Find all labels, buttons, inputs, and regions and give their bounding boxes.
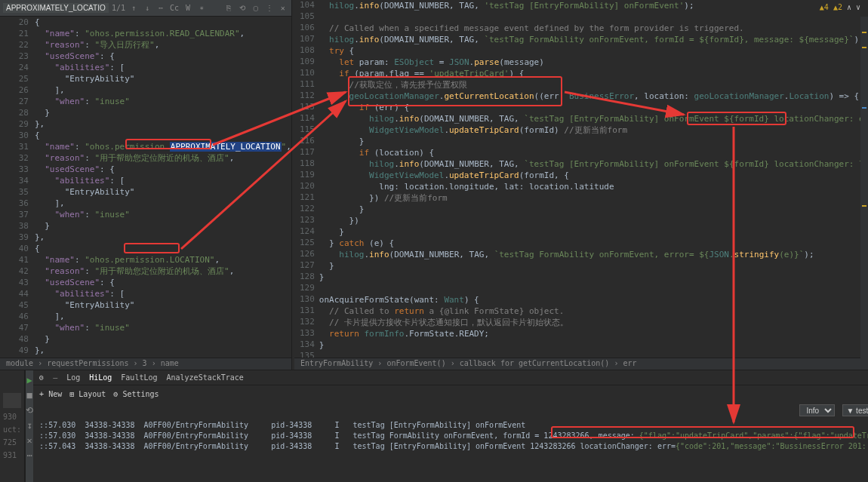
log-tool-column: ▶ ■ ⟲ ↧ ✕ ⋯	[25, 370, 33, 482]
warn-count-2: ▲2	[833, 3, 842, 11]
tab-analyze[interactable]: AnalyzeStackTrace	[167, 373, 244, 382]
gear-icon[interactable]: ⚙	[39, 373, 44, 382]
run-icon[interactable]: ▶	[26, 375, 32, 385]
left-breadcrumb[interactable]: module › requestPermissions › 3 › name	[0, 358, 291, 370]
right-editor-pane: 1041051061071081091101111121131141151161…	[292, 0, 868, 370]
find-input[interactable]	[3, 3, 109, 13]
layout-button[interactable]: ⊞ Layout	[69, 390, 106, 398]
find-count: 1/1	[112, 4, 125, 12]
left-gutter: 2021222324252627282930313233343536373839…	[0, 17, 33, 358]
log-line[interactable]: ::57.030 34338-34338 A0FF00/EntryFormAbi…	[39, 420, 868, 431]
log-tabs: ⚙ ― Log HiLog FaultLog AnalyzeStackTrace	[33, 370, 868, 385]
log-side-panel: 930 uct: 725 931	[0, 370, 25, 482]
log-line[interactable]: ::57.043 34338-34338 A0FF00/EntryFormAbi…	[39, 441, 868, 452]
side-time-1: 930	[3, 413, 21, 421]
right-code[interactable]: hilog.info(DOMAIN_NUMBER, TAG, 'testTag …	[319, 0, 868, 370]
tab-hilog[interactable]: HiLog	[89, 373, 112, 382]
inspection-strip[interactable]: ▲4 ▲2 ∧ ∨	[820, 3, 860, 11]
minimap[interactable]	[860, 17, 868, 370]
find-case-icon[interactable]: Cc	[169, 3, 180, 14]
log-body: ⚙ ― Log HiLog FaultLog AnalyzeStackTrace…	[33, 370, 868, 482]
tab-log[interactable]: Log	[66, 373, 80, 382]
find-close-icon[interactable]: ✕	[278, 3, 288, 14]
find-sel-icon[interactable]: ▢	[251, 3, 261, 14]
side-time-4: 931	[3, 451, 21, 459]
level-select[interactable]: Info	[799, 404, 835, 416]
find-menu-icon[interactable]: ⋮	[264, 3, 275, 14]
log-toolbar: + New ⊞ Layout ⚙ Settings	[33, 385, 868, 402]
warn-count-1: ▲4	[820, 3, 829, 11]
log-line[interactable]: ::57.030 34338-34338 A0FF00/EntryFormAbi…	[39, 431, 868, 441]
restart-icon[interactable]: ⟲	[26, 405, 33, 416]
tag-filter-input[interactable]	[842, 404, 868, 416]
download-icon[interactable]: ↧	[26, 420, 32, 431]
warn-nav-icon[interactable]: ∧ ∨	[847, 3, 860, 11]
log-settings-button[interactable]: ⚙ Settings	[113, 390, 159, 398]
left-code-area[interactable]: 2021222324252627282930313233343536373839…	[0, 17, 291, 358]
find-prev-icon[interactable]: ↑	[128, 3, 139, 14]
tab-faultlog[interactable]: FaultLog	[121, 373, 157, 382]
find-word-icon[interactable]: W	[183, 3, 193, 14]
side-time-3: 725	[3, 438, 21, 447]
log-filter-bar: Info	[33, 402, 868, 419]
find-regex-icon[interactable]: ∗	[196, 3, 207, 14]
right-breadcrumb[interactable]: EntryFormAbility › onFormEvent() › callb…	[294, 358, 868, 370]
find-wrap-icon[interactable]: ⟲	[237, 3, 248, 14]
more-icon[interactable]: ⋯	[26, 450, 32, 461]
find-pin-icon[interactable]: ⎘	[223, 3, 234, 14]
side-time-2: uct:	[3, 425, 21, 434]
stop-icon[interactable]: ■	[26, 390, 32, 401]
left-code[interactable]: { "name": "ohos.permission.READ_CALENDAR…	[33, 17, 291, 358]
log-lines[interactable]: ::57.030 34338-34338 A0FF00/EntryFormAbi…	[33, 419, 868, 482]
find-more-icon[interactable]: ⋯	[155, 3, 166, 14]
left-editor-pane: 1/1 ↑ ↓ ⋯ Cc W ∗ ⎘ ⟲ ▢ ⋮ ✕ 2021222324252…	[0, 0, 292, 370]
right-gutter: 1041051061071081091101111121131141151161…	[292, 0, 319, 370]
find-bar: 1/1 ↑ ↓ ⋯ Cc W ∗ ⎘ ⟲ ▢ ⋮ ✕	[0, 0, 291, 17]
log-panel: 930 uct: 725 931 ▶ ■ ⟲ ↧ ✕ ⋯ ⚙ ― Log HiL…	[0, 370, 868, 482]
editor-split: 1/1 ↑ ↓ ⋯ Cc W ∗ ⎘ ⟲ ▢ ⋮ ✕ 2021222324252…	[0, 0, 868, 370]
find-next-icon[interactable]: ↓	[142, 3, 152, 14]
thumb-1	[3, 393, 21, 408]
new-session-button[interactable]: + New	[39, 390, 62, 398]
clear-icon[interactable]: ✕	[26, 435, 32, 446]
